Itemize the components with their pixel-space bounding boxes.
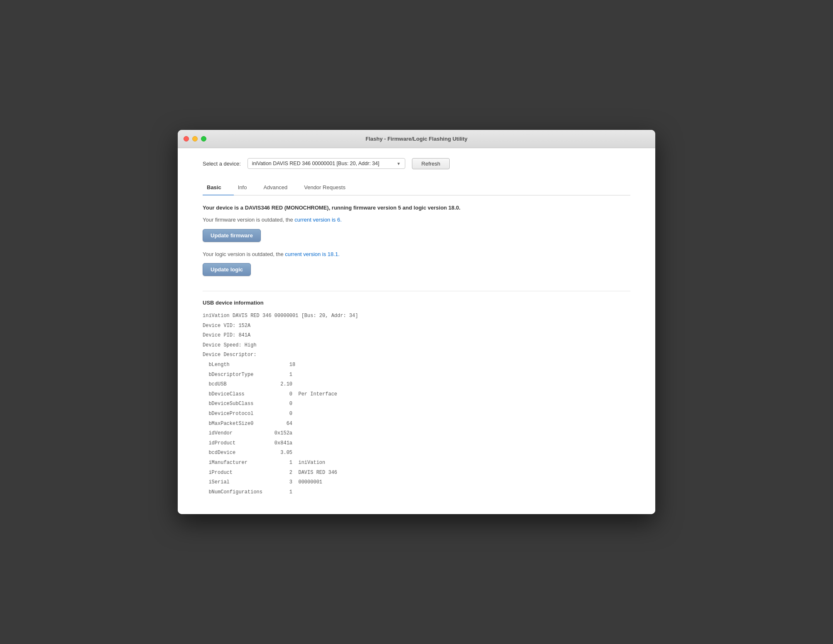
minimize-button[interactable]: [192, 136, 198, 141]
device-select-value: iniVation DAVIS RED 346 00000001 [Bus: 2…: [252, 161, 380, 166]
window-title: Flashy - Firmware/Logic Flashing Utility: [365, 136, 468, 142]
firmware-current-highlight: current version is 6.: [294, 217, 341, 223]
usb-line-9: bDeviceSubClass 0: [203, 400, 630, 409]
usb-info-block: iniVation DAVIS RED 346 00000001 [Bus: 2…: [203, 312, 630, 497]
usb-info-title: USB device information: [203, 300, 630, 306]
logic-outdated-text: Your logic version is outdated, the curr…: [203, 250, 630, 259]
close-button[interactable]: [184, 136, 189, 141]
usb-line-6: bDescriptorType 1: [203, 371, 630, 380]
tab-info[interactable]: Info: [234, 181, 260, 195]
logic-current-highlight: current version is 18.1.: [285, 251, 340, 257]
device-description: Your device is a DAVIS346 RED (MONOCHROM…: [203, 204, 630, 212]
maximize-button[interactable]: [201, 136, 206, 141]
usb-line-1: Device VID: 152A: [203, 322, 630, 331]
app-window: Flashy - Firmware/Logic Flashing Utility…: [178, 130, 655, 515]
usb-line-13: idProduct 0x841a: [203, 439, 630, 448]
usb-line-0: iniVation DAVIS RED 346 00000001 [Bus: 2…: [203, 312, 630, 321]
basic-tab-content: Your device is a DAVIS346 RED (MONOCHROM…: [203, 204, 630, 497]
usb-line-11: bMaxPacketSize0 64: [203, 420, 630, 429]
device-label: Select a device:: [203, 161, 241, 167]
main-content: Select a device: iniVation DAVIS RED 346…: [178, 148, 655, 515]
usb-line-5: bLength 18: [203, 361, 630, 370]
tabs: Basic Info Advanced Vendor Requests: [203, 181, 630, 195]
usb-line-16: iProduct 2 DAVIS RED 346: [203, 468, 630, 478]
chevron-down-icon: ▼: [397, 161, 401, 166]
usb-line-7: bcdUSB 2.10: [203, 380, 630, 389]
usb-line-10: bDeviceProtocol 0: [203, 410, 630, 419]
tab-advanced[interactable]: Advanced: [259, 181, 300, 195]
usb-line-12: idVendor 0x152a: [203, 429, 630, 438]
title-bar: Flashy - Firmware/Logic Flashing Utility: [178, 130, 655, 148]
tab-vendor-requests[interactable]: Vendor Requests: [300, 181, 358, 195]
firmware-outdated-text: Your firmware version is outdated, the c…: [203, 216, 630, 224]
usb-line-17: iSerial 3 00000001: [203, 478, 630, 487]
device-row: Select a device: iniVation DAVIS RED 346…: [203, 158, 630, 169]
usb-line-4: Device Descriptor:: [203, 351, 630, 360]
usb-line-2: Device PID: 841A: [203, 331, 630, 340]
section-divider: [203, 291, 630, 291]
traffic-lights: [184, 136, 206, 141]
usb-line-18: bNumConfigurations 1: [203, 488, 630, 497]
usb-line-3: Device Speed: High: [203, 341, 630, 350]
tab-basic[interactable]: Basic: [203, 181, 234, 195]
refresh-button[interactable]: Refresh: [412, 158, 450, 169]
usb-line-15: iManufacturer 1 iniVation: [203, 459, 630, 468]
usb-line-14: bcdDevice 3.05: [203, 449, 630, 458]
device-select[interactable]: iniVation DAVIS RED 346 00000001 [Bus: 2…: [247, 158, 405, 169]
update-firmware-button[interactable]: Update firmware: [203, 229, 261, 242]
update-logic-button[interactable]: Update logic: [203, 263, 251, 276]
usb-line-8: bDeviceClass 0 Per Interface: [203, 390, 630, 399]
